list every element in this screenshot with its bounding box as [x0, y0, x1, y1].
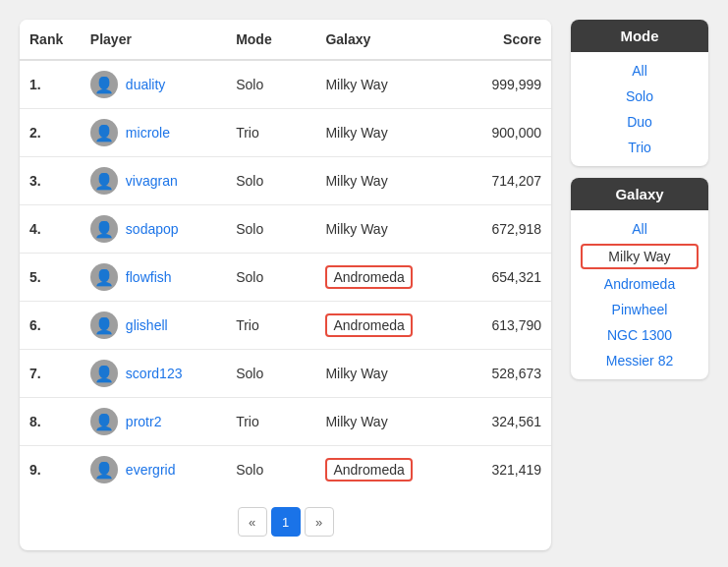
mode-filter-item[interactable]: All — [571, 58, 708, 84]
galaxy-filter-item[interactable]: Pinwheel — [571, 297, 708, 322]
avatar: 👤 — [90, 167, 118, 195]
side-panels: Mode AllSoloDuoTrio Galaxy AllMilky WayA… — [571, 20, 708, 550]
cell-player: 👤evergrid — [81, 446, 226, 494]
page-wrapper: Rank Player Mode Galaxy Score 1.👤duality… — [20, 20, 708, 550]
next-page-button[interactable]: » — [305, 507, 334, 537]
galaxy-highlighted: Andromeda — [325, 265, 412, 289]
mode-panel: Mode AllSoloDuoTrio — [571, 20, 708, 166]
cell-rank: 5. — [20, 254, 81, 302]
cell-player: 👤sodapop — [81, 205, 226, 254]
player-name-link[interactable]: sodapop — [126, 221, 179, 237]
player-name-link[interactable]: scord123 — [126, 366, 183, 381]
current-page-button[interactable]: 1 — [271, 507, 301, 537]
player-name-link[interactable]: microle — [126, 125, 170, 141]
mode-panel-header: Mode — [571, 20, 708, 52]
table-row: 9.👤evergridSoloAndromeda321,419 — [20, 446, 551, 494]
table-row: 2.👤microleTrioMilky Way900,000 — [20, 109, 551, 157]
player-name-link[interactable]: protr2 — [126, 414, 162, 429]
avatar: 👤 — [90, 215, 118, 243]
cell-galaxy: Andromeda — [315, 446, 450, 494]
player-name-link[interactable]: evergrid — [126, 462, 176, 478]
cell-galaxy: Milky Way — [315, 205, 450, 254]
col-score: Score — [450, 20, 551, 60]
cell-rank: 3. — [20, 157, 81, 205]
cell-player: 👤microle — [81, 109, 226, 157]
cell-player: 👤duality — [81, 60, 226, 109]
player-name-link[interactable]: vivagran — [126, 173, 178, 189]
avatar: 👤 — [90, 312, 118, 339]
col-rank: Rank — [20, 20, 81, 60]
cell-rank: 1. — [20, 60, 81, 109]
cell-mode: Solo — [226, 60, 315, 109]
cell-score: 900,000 — [450, 109, 551, 157]
cell-score: 613,790 — [450, 302, 551, 350]
player-name-link[interactable]: duality — [126, 77, 165, 92]
avatar: 👤 — [90, 456, 118, 483]
cell-galaxy: Milky Way — [315, 350, 450, 398]
cell-galaxy: Milky Way — [315, 157, 450, 205]
cell-galaxy: Andromeda — [315, 302, 450, 350]
avatar: 👤 — [90, 263, 118, 291]
cell-score: 528,673 — [450, 350, 551, 398]
cell-score: 654,321 — [450, 254, 551, 302]
table-row: 7.👤scord123SoloMilky Way528,673 — [20, 350, 551, 398]
cell-mode: Solo — [226, 205, 315, 254]
cell-rank: 8. — [20, 398, 81, 446]
mode-filter-item[interactable]: Trio — [571, 135, 708, 160]
galaxy-filter-item[interactable]: Milky Way — [581, 244, 699, 269]
mode-filter-item[interactable]: Duo — [571, 109, 708, 135]
cell-rank: 2. — [20, 109, 81, 157]
galaxy-filter-item[interactable]: Messier 82 — [571, 348, 708, 373]
cell-score: 321,419 — [450, 446, 551, 494]
galaxy-filter-item[interactable]: All — [571, 216, 708, 242]
galaxy-panel: Galaxy AllMilky WayAndromedaPinwheelNGC … — [571, 178, 708, 379]
col-player: Player — [81, 20, 226, 60]
pagination: « 1 » — [20, 493, 551, 550]
main-panel: Rank Player Mode Galaxy Score 1.👤duality… — [20, 20, 551, 550]
table-row: 3.👤vivagranSoloMilky Way714,207 — [20, 157, 551, 205]
mode-items: AllSoloDuoTrio — [571, 52, 708, 166]
avatar: 👤 — [90, 408, 118, 435]
col-mode: Mode — [226, 20, 315, 60]
cell-rank: 9. — [20, 446, 81, 494]
cell-score: 324,561 — [450, 398, 551, 446]
cell-mode: Solo — [226, 254, 315, 302]
cell-rank: 7. — [20, 350, 81, 398]
galaxy-highlighted: Andromeda — [325, 458, 412, 482]
player-name-link[interactable]: flowfish — [126, 269, 172, 285]
cell-galaxy: Milky Way — [315, 60, 450, 109]
cell-player: 👤vivagran — [81, 157, 226, 205]
cell-galaxy: Milky Way — [315, 398, 450, 446]
cell-player: 👤glishell — [81, 302, 226, 350]
table-header-row: Rank Player Mode Galaxy Score — [20, 20, 551, 60]
avatar: 👤 — [90, 360, 118, 387]
player-name-link[interactable]: glishell — [126, 317, 168, 333]
table-row: 4.👤sodapopSoloMilky Way672,918 — [20, 205, 551, 254]
cell-rank: 4. — [20, 205, 81, 254]
galaxy-panel-header: Galaxy — [571, 178, 708, 210]
cell-mode: Solo — [226, 350, 315, 398]
leaderboard-table: Rank Player Mode Galaxy Score 1.👤duality… — [20, 20, 551, 493]
avatar: 👤 — [90, 71, 118, 98]
table-row: 8.👤protr2TrioMilky Way324,561 — [20, 398, 551, 446]
galaxy-filter-item[interactable]: Andromeda — [571, 271, 708, 297]
cell-galaxy: Andromeda — [315, 254, 450, 302]
cell-player: 👤protr2 — [81, 398, 226, 446]
prev-page-button[interactable]: « — [238, 507, 267, 537]
cell-mode: Solo — [226, 446, 315, 494]
table-row: 5.👤flowfishSoloAndromeda654,321 — [20, 254, 551, 302]
table-row: 1.👤dualitySoloMilky Way999,999 — [20, 60, 551, 109]
col-galaxy: Galaxy — [315, 20, 450, 60]
galaxy-highlighted: Andromeda — [325, 313, 412, 337]
galaxy-filter-item[interactable]: NGC 1300 — [571, 322, 708, 348]
cell-mode: Trio — [226, 109, 315, 157]
cell-score: 714,207 — [450, 157, 551, 205]
avatar: 👤 — [90, 119, 118, 146]
cell-mode: Solo — [226, 157, 315, 205]
cell-mode: Trio — [226, 302, 315, 350]
mode-filter-item[interactable]: Solo — [571, 84, 708, 109]
cell-rank: 6. — [20, 302, 81, 350]
galaxy-items: AllMilky WayAndromedaPinwheelNGC 1300Mes… — [571, 210, 708, 379]
table-row: 6.👤glishellTrioAndromeda613,790 — [20, 302, 551, 350]
cell-player: 👤flowfish — [81, 254, 226, 302]
